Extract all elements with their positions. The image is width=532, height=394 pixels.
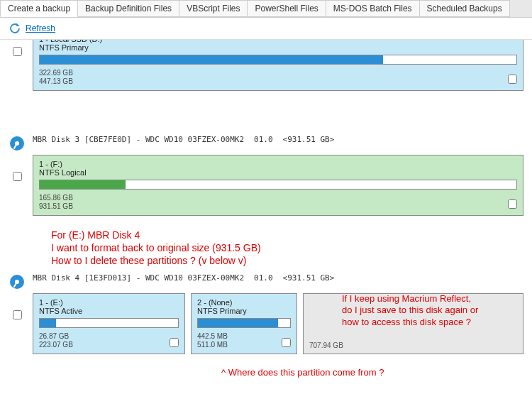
partition-sizes: 165.86 GB 931.51 GB xyxy=(39,194,517,211)
annotation-partition-question: ^ Where does this partition come from ? xyxy=(221,367,523,378)
usage-bar xyxy=(39,180,517,190)
tab-powershell[interactable]: PowerShell Files xyxy=(247,0,326,17)
annotation-right-box: If I keep using Macrium Reflect, do I ju… xyxy=(342,293,519,329)
partition-fs: NTFS Active xyxy=(39,307,179,315)
partition-label: 2 - (None) xyxy=(197,298,291,307)
refresh-icon[interactable] xyxy=(9,22,21,35)
partition-sizes: 322.69 GB 447.13 GB xyxy=(39,69,517,86)
disk2-checkbox[interactable] xyxy=(13,47,22,56)
disk4-part1-checkbox[interactable] xyxy=(170,338,179,347)
disk2-partition-1[interactable]: 1 - Local SSD (D:) NTFS Primary 322.69 G… xyxy=(33,40,523,91)
tab-backup-definition[interactable]: Backup Definition Files xyxy=(77,0,179,17)
disk2-part1-checkbox[interactable] xyxy=(508,75,517,84)
disk3-partition-1[interactable]: 1 - (F:) NTFS Logical 165.86 GB 931.51 G… xyxy=(33,155,523,216)
disk-block-3: MBR Disk 3 [CBE7FE0D] - WDC WD10 03FZEX-… xyxy=(9,132,523,216)
partition-sizes: 26.87 GB 223.07 GB xyxy=(39,332,179,349)
partition-sizes: 442.5 MB 511.0 MB xyxy=(197,332,291,349)
annotation-disk4-text: For (E:) MBR Disk 4 I want to format bac… xyxy=(51,229,523,268)
tab-bar: Create a backup Backup Definition Files … xyxy=(0,0,532,18)
disk-panel-area: 1 - Local SSD (D:) NTFS Primary 322.69 G… xyxy=(0,40,532,394)
partition-fs: NTFS Primary xyxy=(39,43,517,52)
tab-vbscript[interactable]: VBScript Files xyxy=(179,0,248,17)
free-space-size: 707.94 GB xyxy=(309,341,343,349)
disk4-partition-2[interactable]: 2 - (None) NTFS Primary 442.5 MB 511.0 M… xyxy=(191,293,297,354)
usage-bar xyxy=(197,318,291,328)
disk4-checkbox[interactable] xyxy=(13,310,22,319)
disk3-checkbox[interactable] xyxy=(13,172,22,181)
partition-label: 1 - (F:) xyxy=(39,160,517,168)
disk3-part1-checkbox[interactable] xyxy=(508,199,517,209)
disk-icon xyxy=(9,273,26,290)
disk4-title: MBR Disk 4 [1E3FD013] - WDC WD10 03FZEX-… xyxy=(33,273,334,283)
partition-fs: NTFS Logical xyxy=(39,168,517,177)
usage-bar xyxy=(39,318,179,328)
refresh-link[interactable]: Refresh xyxy=(26,23,55,33)
partition-label: 1 - (E:) xyxy=(39,298,179,307)
disk-block-4: MBR Disk 4 [1E3FD013] - WDC WD10 03FZEX-… xyxy=(9,270,523,354)
disk3-title: MBR Disk 3 [CBE7FE0D] - WDC WD10 03FZEX-… xyxy=(33,135,334,144)
partition-fs: NTFS Primary xyxy=(197,307,291,315)
disk-block-2: 1 - Local SSD (D:) NTFS Primary 322.69 G… xyxy=(9,40,523,91)
toolbar: Refresh xyxy=(0,18,532,40)
disk-icon xyxy=(9,135,26,152)
usage-bar xyxy=(39,55,517,65)
disk4-partition-1[interactable]: 1 - (E:) NTFS Active 26.87 GB 223.07 GB xyxy=(33,293,185,354)
tab-msdos-batch[interactable]: MS-DOS Batch Files xyxy=(326,0,420,17)
disk4-part2-checkbox[interactable] xyxy=(282,338,291,347)
tab-create-backup[interactable]: Create a backup xyxy=(0,0,78,17)
tab-scheduled[interactable]: Scheduled Backups xyxy=(419,0,510,17)
